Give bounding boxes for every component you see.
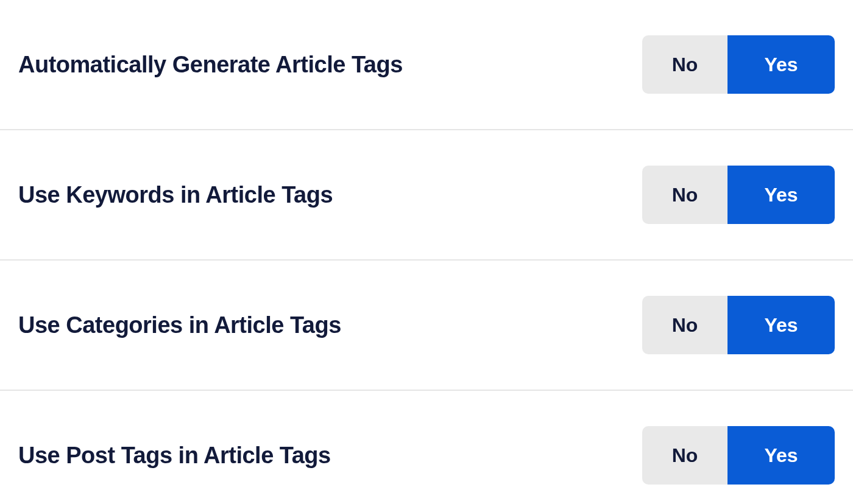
toggle-use-keywords: No Yes: [642, 166, 835, 224]
toggle-no-button[interactable]: No: [642, 35, 727, 94]
toggle-no-button[interactable]: No: [642, 166, 727, 224]
setting-row-auto-generate-tags: Automatically Generate Article Tags No Y…: [0, 0, 853, 130]
setting-row-use-post-tags: Use Post Tags in Article Tags No Yes: [0, 391, 853, 504]
toggle-use-categories: No Yes: [642, 296, 835, 354]
settings-list: Automatically Generate Article Tags No Y…: [0, 0, 853, 504]
setting-row-use-keywords: Use Keywords in Article Tags No Yes: [0, 130, 853, 261]
toggle-yes-button[interactable]: Yes: [727, 296, 835, 354]
toggle-no-button[interactable]: No: [642, 426, 727, 485]
toggle-use-post-tags: No Yes: [642, 426, 835, 485]
setting-row-use-categories: Use Categories in Article Tags No Yes: [0, 261, 853, 391]
toggle-yes-button[interactable]: Yes: [727, 35, 835, 94]
setting-label: Automatically Generate Article Tags: [18, 52, 403, 78]
setting-label: Use Keywords in Article Tags: [18, 182, 333, 208]
toggle-auto-generate-tags: No Yes: [642, 35, 835, 94]
setting-label: Use Post Tags in Article Tags: [18, 443, 331, 469]
setting-label: Use Categories in Article Tags: [18, 312, 341, 338]
toggle-yes-button[interactable]: Yes: [727, 426, 835, 485]
toggle-no-button[interactable]: No: [642, 296, 727, 354]
toggle-yes-button[interactable]: Yes: [727, 166, 835, 224]
